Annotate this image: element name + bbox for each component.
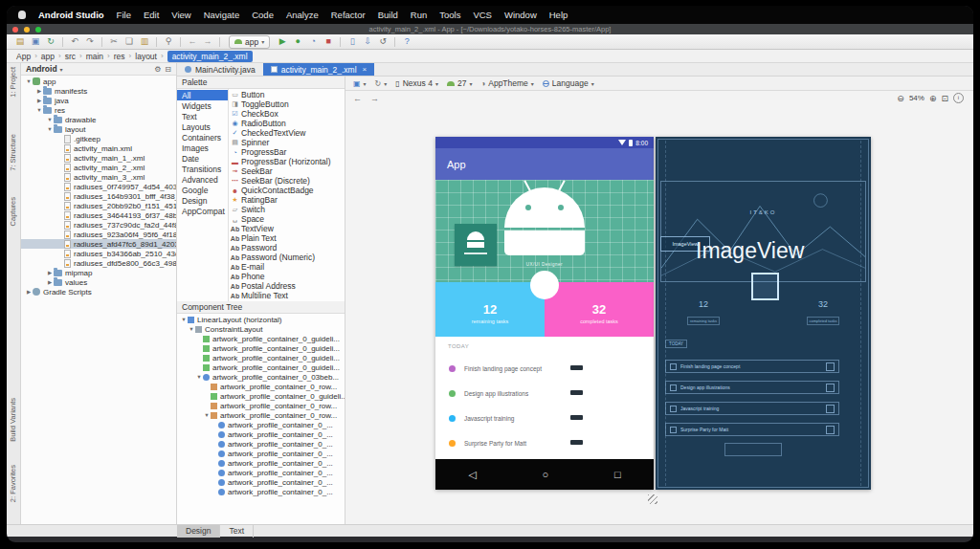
component-tree-row[interactable]: artwork_profile_container_0_guideli... [177, 343, 345, 353]
menu-item-refactor[interactable]: Refactor [331, 10, 366, 20]
blueprint-task-bar[interactable]: Finish landing page concept [665, 360, 839, 373]
avd-manager-icon[interactable]: ▯ [346, 34, 358, 49]
palette-item[interactable]: ▤Spinner [229, 138, 345, 147]
breadcrumb-item[interactable]: src [65, 52, 76, 61]
phone-app-bar[interactable]: App [435, 148, 654, 180]
task-row[interactable]: Surprise Party for Matt [435, 430, 654, 455]
menu-item-tools[interactable]: Tools [439, 10, 460, 20]
run-config-selector[interactable]: app▾ [229, 35, 270, 49]
run-icon[interactable]: ▶ [277, 34, 288, 49]
close-window-button[interactable] [12, 27, 18, 33]
palette-item[interactable]: ✓CheckedTextView [229, 128, 345, 138]
menu-item-vcs[interactable]: VCS [473, 10, 492, 20]
project-tree-row[interactable]: ▼layout [21, 124, 176, 134]
menu-item-code[interactable]: Code [252, 10, 274, 20]
component-tree-row[interactable]: artwork_profile_container_0_guideli... [177, 334, 345, 343]
palette-item[interactable]: AbPassword [229, 243, 345, 253]
editor-mode-tab-design[interactable]: Design [177, 525, 220, 538]
editor-tab[interactable]: MainActivity.java [177, 63, 263, 76]
stop-icon[interactable]: ■ [323, 34, 334, 49]
palette-item[interactable]: ⊸SeekBar [229, 166, 345, 176]
save-all-icon[interactable]: ▣ [30, 34, 41, 49]
component-tree-row[interactable]: ▼artwork_profile_container_0_03beb... [177, 372, 345, 382]
editor-mode-tab-text[interactable]: Text [220, 525, 254, 538]
project-tree-row[interactable]: ▶values [21, 277, 176, 287]
orientation-selector[interactable]: ↻▾ [375, 79, 388, 88]
project-tree-row[interactable]: radiuses_20bb92b0_f151_451b_8... [21, 201, 176, 210]
project-tree-row[interactable]: ▶java [21, 96, 176, 105]
expand-arrow-icon[interactable]: ▼ [46, 117, 54, 122]
component-tree-row[interactable]: artwork_profile_container_0_... [177, 487, 345, 496]
palette-category-all[interactable]: All [177, 90, 228, 100]
project-view-selector[interactable]: Android ▾ [26, 64, 63, 74]
blueprint-image-wireframe[interactable] [660, 181, 866, 282]
blueprint-avatar-box[interactable] [751, 273, 779, 300]
design-back-icon[interactable]: ← [353, 94, 362, 103]
palette-item[interactable]: AbMultiline Text [229, 291, 345, 300]
expand-arrow-icon[interactable]: ▶ [35, 98, 43, 103]
info-icon[interactable]: i [953, 93, 964, 103]
breadcrumb-item[interactable]: app [41, 52, 55, 61]
expand-arrow-icon[interactable]: ▶ [46, 279, 54, 285]
menu-item-build[interactable]: Build [378, 10, 398, 20]
expand-arrow-icon[interactable]: ▶ [35, 88, 43, 94]
gradle-sync-icon[interactable]: ↺ [377, 34, 389, 49]
task-count-card[interactable]: 32completed tasks [545, 282, 654, 337]
component-tree-row[interactable]: artwork_profile_container_0_... [177, 449, 345, 458]
project-tree-row[interactable]: activity_main_2_.xml [21, 163, 176, 172]
palette-category-images[interactable]: Images [177, 143, 228, 153]
component-tree-row[interactable]: artwork_profile_container_0_row... [177, 401, 345, 410]
expand-arrow-icon[interactable]: ▼ [35, 107, 43, 113]
component-tree-row[interactable]: artwork_profile_container_0_... [177, 468, 345, 477]
language-selector[interactable]: Language▾ [543, 78, 594, 88]
component-tree-row[interactable]: artwork_profile_container_0_... [177, 458, 345, 468]
palette-item[interactable]: AbPlain Text [229, 233, 345, 243]
paste-icon[interactable]: ▥ [139, 34, 150, 49]
component-tree-row[interactable]: artwork_profile_container_0_guideli... [177, 362, 345, 372]
resize-handle[interactable] [648, 494, 657, 504]
menu-item-view[interactable]: View [171, 10, 190, 20]
expand-arrow-icon[interactable]: ▼ [180, 317, 188, 322]
palette-category-appcompat[interactable]: AppCompat [177, 206, 228, 216]
menu-item-analyze[interactable]: Analyze [286, 10, 319, 20]
settings-gear-icon[interactable]: ⚙ [154, 65, 161, 74]
palette-category-transitions[interactable]: Transitions [177, 164, 228, 174]
task-row[interactable]: Design app illustrations [435, 381, 654, 406]
expand-arrow-icon[interactable]: ▼ [195, 374, 203, 380]
api-level-selector[interactable]: 27▾ [447, 78, 472, 88]
palette-item[interactable]: ◨ToggleButton [229, 99, 345, 109]
blueprint-task-bar[interactable]: Javascript training [665, 402, 839, 415]
tool-window-tab--favorites[interactable]: 2: Favorites [9, 465, 17, 502]
palette-category-text[interactable]: Text [177, 111, 228, 121]
expand-arrow-icon[interactable]: ▼ [203, 412, 211, 418]
palette-item[interactable]: AbPhone [229, 272, 345, 281]
project-tree-row[interactable]: ▶manifests [21, 86, 176, 96]
palette-item[interactable]: AbTextView [229, 224, 345, 233]
forward-icon[interactable]: → [202, 34, 213, 49]
profile-icon[interactable]: ◔ [307, 34, 319, 49]
component-tree-row[interactable]: ▼ConstraintLayout [177, 324, 345, 334]
palette-item[interactable]: ▬ProgressBar (Horizontal) [229, 157, 345, 166]
expand-arrow-icon[interactable]: ▼ [46, 126, 54, 132]
artwork-image[interactable]: UX/UI Designer [435, 180, 654, 282]
breadcrumb-item[interactable]: res [114, 52, 125, 61]
palette-item[interactable]: AbPassword (Numeric) [229, 253, 345, 262]
apple-icon[interactable] [18, 11, 26, 19]
tool-window-tab-build-variants[interactable]: Build Variants [9, 398, 17, 442]
menu-item-help[interactable]: Help [549, 10, 568, 20]
palette-category-design[interactable]: Design [177, 195, 228, 206]
project-tree-row[interactable]: ▼drawable [21, 115, 176, 124]
breadcrumb-item[interactable]: App [16, 52, 31, 61]
breadcrumb-item-active[interactable]: activity_main_2_.xml [167, 51, 253, 62]
tool-window-tab-captures[interactable]: Captures [9, 197, 17, 226]
breadcrumb-item[interactable]: layout [135, 52, 157, 61]
project-tree-row[interactable]: radiuses_b34366ab_2510_43d7_... [21, 249, 176, 258]
zoom-window-button[interactable] [35, 27, 41, 33]
palette-item[interactable]: ▭Button [229, 90, 345, 99]
undo-icon[interactable]: ↶ [69, 34, 80, 49]
zoom-fit-icon[interactable]: ⊡ [941, 94, 948, 103]
palette-category-advanced[interactable]: Advanced [177, 174, 228, 185]
menu-item-run[interactable]: Run [411, 10, 427, 20]
window-titlebar[interactable]: activity_main_2_.xml - App - [~/Download… [7, 24, 973, 34]
component-tree-row[interactable]: artwork_profile_container_0_... [177, 477, 345, 487]
